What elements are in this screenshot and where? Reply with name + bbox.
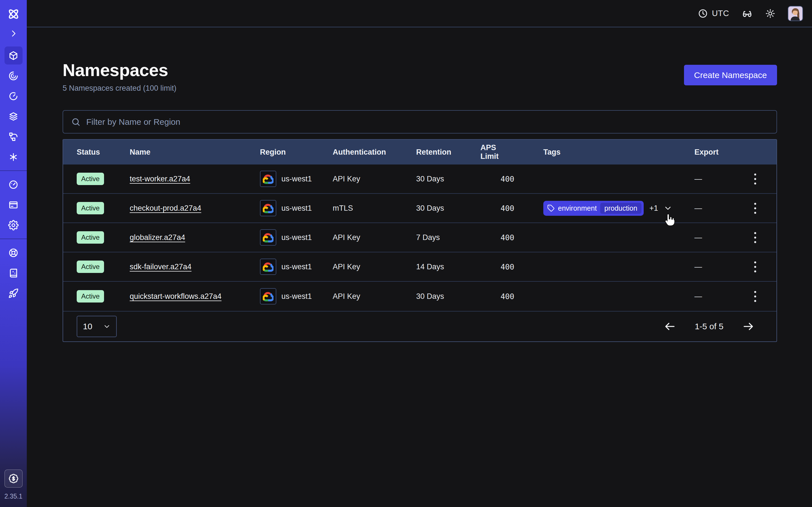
avatar-image xyxy=(788,6,802,20)
labs-glasses-button[interactable] xyxy=(742,8,753,19)
tag-key: environment xyxy=(558,204,597,212)
table-body: Activetest-worker.a27a4us-west1API Key30… xyxy=(63,165,776,311)
sidebar-item-asterisk[interactable] xyxy=(4,148,22,166)
column-header-status: Status xyxy=(77,148,130,157)
sidebar-item-gauge[interactable] xyxy=(4,175,22,193)
sidebar-item-timer[interactable] xyxy=(4,87,22,105)
previous-page-button[interactable] xyxy=(664,320,676,333)
google-cloud-icon xyxy=(263,174,273,184)
sidebar-expand-button[interactable] xyxy=(9,29,18,38)
user-avatar[interactable] xyxy=(788,6,803,21)
retention-cell: 7 Days xyxy=(416,233,480,242)
auth-cell: API Key xyxy=(333,175,416,183)
chevron-down-icon xyxy=(664,204,672,212)
column-header-export: Export xyxy=(695,148,744,157)
table-row: Activesdk-failover.a27a4us-west1API Key1… xyxy=(63,252,776,282)
google-cloud-icon xyxy=(263,232,273,242)
credits-button[interactable] xyxy=(4,469,22,488)
column-header-authentication: Authentication xyxy=(333,148,416,157)
next-page-button[interactable] xyxy=(742,320,755,333)
tags-expand-button[interactable] xyxy=(664,204,672,212)
asterisk-icon xyxy=(8,152,18,162)
theme-toggle-button[interactable] xyxy=(765,8,775,18)
sidebar-item-layers[interactable] xyxy=(4,107,22,125)
search-icon xyxy=(71,117,81,127)
sidebar-item-book-sparkles[interactable] xyxy=(4,264,22,282)
chevron-right-icon xyxy=(9,29,18,38)
row-actions-menu-button[interactable] xyxy=(751,229,759,246)
book-sparkles-icon xyxy=(8,268,18,278)
status-badge: Active xyxy=(77,261,104,273)
spiral-icon xyxy=(8,71,18,81)
temporal-logo-icon[interactable] xyxy=(6,7,20,21)
sidebar-item-branch[interactable] xyxy=(4,128,22,146)
column-header-region: Region xyxy=(260,148,333,157)
column-header-retention: Retention xyxy=(416,148,480,157)
google-cloud-icon xyxy=(263,291,273,301)
export-cell: — xyxy=(695,175,744,183)
namespaces-table: Status Name Region Authentication Retent… xyxy=(63,139,777,342)
cube-icon xyxy=(8,50,18,61)
row-actions-menu-button[interactable] xyxy=(751,200,759,217)
auth-cell: mTLS xyxy=(333,204,416,213)
table-row: Activecheckout-prod.a27a4us-west1mTLS30 … xyxy=(63,194,776,223)
aps-limit-cell: 400 xyxy=(500,263,514,271)
table-row: Activeglobalizer.a27a4us-west1API Key7 D… xyxy=(63,223,776,252)
tag-value: production xyxy=(600,203,642,214)
create-namespace-button[interactable]: Create Namespace xyxy=(684,65,777,86)
export-cell: — xyxy=(695,204,744,213)
arrow-left-icon xyxy=(664,320,676,333)
aps-limit-cell: 400 xyxy=(500,292,514,301)
tags-cell: environmentproduction+1 xyxy=(514,201,695,216)
tag-pill[interactable]: environmentproduction xyxy=(543,201,644,216)
region-label: us-west1 xyxy=(282,175,312,183)
sidebar-nav-help xyxy=(0,241,27,302)
timezone-button[interactable]: UTC xyxy=(698,8,729,18)
auth-cell: API Key xyxy=(333,292,416,301)
status-badge: Active xyxy=(77,231,104,244)
export-cell: — xyxy=(695,292,744,301)
aps-limit-cell: 400 xyxy=(500,175,514,183)
page-size-select[interactable]: 10 xyxy=(77,316,117,337)
region-label: us-west1 xyxy=(282,292,312,301)
sidebar-item-lifebuoy[interactable] xyxy=(4,244,22,262)
table-pagination: 10 1-5 of 5 xyxy=(63,311,776,341)
namespace-link[interactable]: checkout-prod.a27a4 xyxy=(130,204,201,212)
cloud-provider-badge xyxy=(260,259,276,275)
sun-icon xyxy=(765,8,775,18)
lifebuoy-icon xyxy=(8,247,18,258)
sidebar-divider xyxy=(0,238,27,239)
namespace-link[interactable]: globalizer.a27a4 xyxy=(130,233,185,242)
topbar: UTC xyxy=(27,0,812,27)
timer-icon xyxy=(8,91,18,101)
app-version: 2.35.1 xyxy=(4,493,22,500)
namespace-link[interactable]: test-worker.a27a4 xyxy=(130,175,190,183)
export-cell: — xyxy=(695,233,744,242)
sidebar-item-spiral[interactable] xyxy=(4,67,22,85)
sidebar-nav-primary xyxy=(0,44,27,166)
sidebar-item-browser[interactable] xyxy=(4,196,22,214)
column-header-name: Name xyxy=(130,148,260,157)
namespace-link[interactable]: sdk-failover.a27a4 xyxy=(130,263,192,271)
arrow-right-icon xyxy=(742,320,755,333)
column-header-tags: Tags xyxy=(514,148,695,157)
sidebar-item-cube[interactable] xyxy=(4,47,22,64)
namespace-link[interactable]: quickstart-workflows.a27a4 xyxy=(130,292,221,300)
sidebar-item-rocket[interactable] xyxy=(4,284,22,302)
clock-icon xyxy=(698,8,708,18)
gear-icon xyxy=(8,220,18,230)
row-actions-menu-button[interactable] xyxy=(751,288,759,305)
retention-cell: 14 Days xyxy=(416,263,480,271)
tags-more-count: +1 xyxy=(649,204,658,213)
retention-cell: 30 Days xyxy=(416,175,480,183)
tag-icon xyxy=(547,205,555,212)
filter-input[interactable] xyxy=(86,117,769,127)
glasses-icon xyxy=(742,8,753,19)
browser-icon xyxy=(8,200,18,210)
sidebar-item-gear[interactable] xyxy=(4,216,22,234)
row-actions-menu-button[interactable] xyxy=(751,259,759,275)
cloud-provider-badge xyxy=(260,171,276,187)
pagination-range: 1-5 of 5 xyxy=(695,322,723,331)
badge-dollar-icon xyxy=(8,473,18,484)
row-actions-menu-button[interactable] xyxy=(751,171,759,187)
